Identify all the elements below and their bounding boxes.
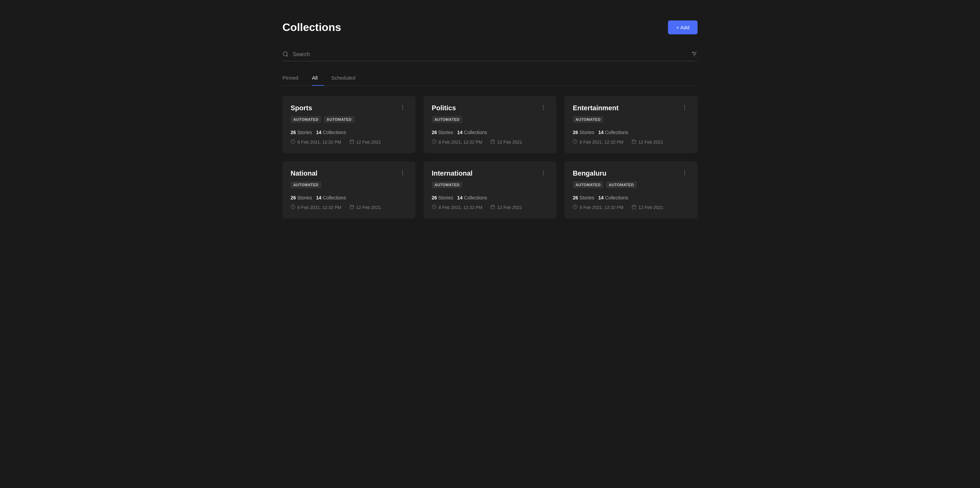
tag: AUTOMATED: [573, 181, 603, 188]
card-dates: 8 Feb 2021, 12:32 PM 12 Feb 2021: [573, 205, 689, 210]
collections-count: 14: [316, 130, 321, 135]
card-header: Entertainment: [573, 104, 689, 112]
tag: AUTOMATED: [432, 116, 463, 123]
scheduled-date-value: 12 Feb 2021: [356, 205, 381, 210]
calendar-icon: [350, 205, 354, 210]
collections-count: 14: [598, 130, 604, 135]
card-menu-button-sports[interactable]: [398, 104, 407, 112]
card-bengaluru: Bengaluru AUTOMATEDAUTOMATED 26 Stories …: [565, 161, 698, 218]
card-header: Politics: [432, 104, 549, 112]
card-title: Bengaluru: [573, 170, 606, 177]
updated-date: 8 Feb 2021, 12:32 PM: [573, 205, 624, 210]
calendar-icon: [632, 205, 636, 210]
svg-point-8: [402, 107, 403, 108]
tag: AUTOMATED: [291, 181, 321, 188]
svg-point-15: [543, 105, 544, 106]
updated-time-value: 8 Feb 2021, 12:32 PM: [439, 140, 482, 145]
tag: AUTOMATED: [432, 181, 463, 188]
updated-date: 8 Feb 2021, 12:32 PM: [432, 139, 482, 145]
svg-line-1: [286, 55, 288, 56]
card-national: National AUTOMATED 26 Stories 14 Collect…: [282, 161, 415, 218]
tab-scheduled[interactable]: Scheduled: [331, 72, 362, 86]
card-stats: 26 Stories 14 Collections: [291, 130, 407, 135]
card-dates: 8 Feb 2021, 12:32 PM 12 Feb 2021: [573, 139, 689, 145]
svg-point-16: [543, 107, 544, 108]
search-input[interactable]: [282, 48, 698, 61]
tag: AUTOMATED: [291, 116, 321, 123]
updated-date: 8 Feb 2021, 12:32 PM: [291, 139, 341, 145]
svg-point-41: [543, 175, 544, 176]
scheduled-date-value: 12 Feb 2021: [638, 205, 663, 210]
calendar-icon: [632, 139, 636, 145]
collections-count: 14: [316, 195, 321, 200]
tag: AUTOMATED: [324, 116, 355, 123]
svg-point-40: [543, 173, 544, 173]
scheduled-date: 12 Feb 2021: [632, 139, 663, 145]
tag: AUTOMATED: [573, 116, 603, 123]
stories-count: 26: [432, 195, 437, 200]
card-tags: AUTOMATED: [573, 116, 689, 123]
card-menu-button-bengaluru[interactable]: [680, 170, 689, 177]
svg-point-5: [692, 52, 694, 53]
add-button[interactable]: + Add: [668, 21, 698, 34]
card-menu-button-national[interactable]: [398, 170, 407, 177]
tab-all[interactable]: All: [312, 72, 325, 86]
svg-point-9: [402, 109, 403, 110]
scheduled-date-value: 12 Feb 2021: [497, 205, 522, 210]
clock-icon: [432, 139, 437, 145]
stories-count: 26: [573, 195, 578, 200]
card-menu-button-entertainment[interactable]: [680, 104, 689, 112]
card-stats: 26 Stories 14 Collections: [291, 195, 407, 200]
stories-count: 26: [291, 130, 296, 135]
card-menu-button-international[interactable]: [539, 170, 548, 177]
card-stats: 26 Stories 14 Collections: [432, 195, 549, 200]
card-stats: 26 Stories 14 Collections: [432, 130, 549, 135]
clock-icon: [573, 205, 578, 210]
updated-date: 8 Feb 2021, 12:32 PM: [573, 139, 624, 145]
clock-icon: [291, 205, 295, 210]
card-title: Entertainment: [573, 104, 618, 112]
svg-point-24: [684, 107, 685, 108]
card-header: National: [291, 170, 407, 177]
calendar-icon: [350, 139, 354, 145]
tag: AUTOMATED: [606, 181, 637, 188]
svg-rect-43: [491, 205, 495, 209]
stories-count: 26: [432, 130, 437, 135]
svg-rect-27: [632, 140, 636, 144]
card-menu-button-politics[interactable]: [539, 104, 548, 112]
svg-rect-35: [350, 205, 353, 209]
calendar-icon: [490, 139, 495, 145]
svg-rect-51: [632, 205, 636, 209]
scheduled-date-value: 12 Feb 2021: [638, 140, 663, 145]
svg-point-32: [402, 173, 403, 173]
card-dates: 8 Feb 2021, 12:32 PM 12 Feb 2021: [291, 205, 407, 210]
svg-point-25: [684, 109, 685, 110]
clock-icon: [291, 139, 295, 145]
card-politics: Politics AUTOMATED 26 Stories 14 Collect…: [424, 96, 557, 153]
collections-count: 14: [457, 195, 463, 200]
card-dates: 8 Feb 2021, 12:32 PM 12 Feb 2021: [432, 139, 549, 145]
card-stats: 26 Stories 14 Collections: [573, 195, 689, 200]
search-container: [282, 48, 698, 61]
card-sports: Sports AUTOMATEDAUTOMATED 26 Stories 14 …: [282, 96, 415, 153]
page-container: Collections + Add Pinned All Scheduled: [269, 0, 711, 239]
card-dates: 8 Feb 2021, 12:32 PM 12 Feb 2021: [432, 205, 549, 210]
svg-point-7: [402, 105, 403, 106]
updated-time-value: 8 Feb 2021, 12:32 PM: [579, 205, 624, 210]
tab-pinned[interactable]: Pinned: [282, 72, 305, 86]
svg-point-48: [684, 173, 685, 173]
clock-icon: [573, 139, 578, 145]
updated-date: 8 Feb 2021, 12:32 PM: [291, 205, 341, 210]
filter-icon[interactable]: [691, 51, 698, 59]
scheduled-date: 12 Feb 2021: [490, 139, 522, 145]
card-entertainment: Entertainment AUTOMATED 26 Stories 14 Co…: [565, 96, 698, 153]
card-header: Sports: [291, 104, 407, 112]
card-tags: AUTOMATED: [291, 181, 407, 188]
updated-time-value: 8 Feb 2021, 12:32 PM: [298, 205, 341, 210]
search-icon: [282, 51, 288, 59]
card-header: International: [432, 170, 549, 177]
scheduled-date: 12 Feb 2021: [350, 139, 381, 145]
card-international: International AUTOMATED 26 Stories 14 Co…: [424, 161, 557, 218]
card-tags: AUTOMATEDAUTOMATED: [291, 116, 407, 123]
scheduled-date: 12 Feb 2021: [490, 205, 522, 210]
